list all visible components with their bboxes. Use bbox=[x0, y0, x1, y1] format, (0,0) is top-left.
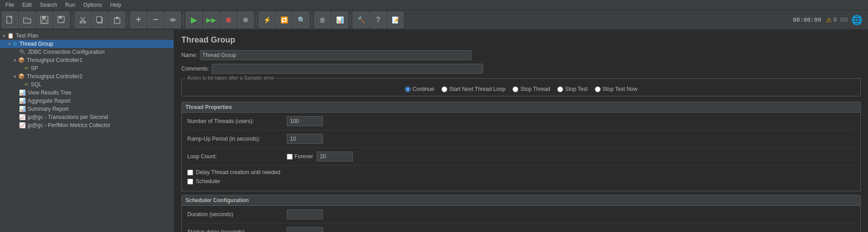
remove-button[interactable]: − bbox=[147, 12, 164, 28]
sidebar-item-test-plan[interactable]: ▼ 📋 Test Plan bbox=[0, 32, 174, 40]
action-section-legend: Action to be taken after a Sampler error bbox=[185, 75, 276, 80]
radio-continue[interactable]: Continue bbox=[405, 86, 434, 92]
comments-label: Comments: bbox=[181, 66, 209, 72]
duration-input[interactable] bbox=[287, 209, 323, 219]
sidebar-item-perfmon-metrics[interactable]: 📈 jp@gc - PerfMon Metrics Collector bbox=[0, 121, 174, 129]
remote-shutdown-all-button[interactable]: 🔍 bbox=[293, 12, 309, 28]
menu-file[interactable]: File bbox=[2, 1, 18, 9]
loop-count-input[interactable] bbox=[317, 152, 353, 161]
num-threads-input[interactable] bbox=[287, 116, 323, 126]
radio-stop-thread[interactable]: Stop Thread bbox=[512, 86, 550, 92]
duration-row: Duration (seconds) bbox=[187, 209, 855, 223]
sidebar-item-jdbc-connection[interactable]: 🔌 JDBC Connection Configuration bbox=[0, 48, 174, 56]
delay-creation-checkbox[interactable] bbox=[187, 170, 193, 175]
jdbc-label: JDBC Connection Configuration bbox=[28, 49, 104, 55]
startup-delay-input[interactable] bbox=[287, 227, 323, 232]
radio-group: Continue Start Next Thread Loop Stop Thr… bbox=[187, 82, 855, 92]
perfmon-label: jp@gc - PerfMon Metrics Collector bbox=[28, 122, 110, 128]
ramp-up-input[interactable] bbox=[287, 134, 323, 144]
remote-start-all-button[interactable]: ⚡ bbox=[259, 12, 275, 28]
loop-count-row: Loop Count: Forever bbox=[187, 152, 855, 166]
sidebar-item-view-results-tree[interactable]: 📊 View Results Tree bbox=[0, 89, 174, 97]
sidebar-item-summary-report[interactable]: 📊 Summary Report bbox=[0, 105, 174, 113]
menu-options[interactable]: Options bbox=[80, 1, 105, 9]
radio-start-next-input[interactable] bbox=[441, 86, 447, 92]
radio-stop-test[interactable]: Stop Test bbox=[557, 86, 588, 92]
menu-run[interactable]: Run bbox=[62, 1, 79, 9]
radio-continue-input[interactable] bbox=[405, 86, 411, 92]
ramp-up-row: Ramp-Up Period (in seconds): bbox=[187, 134, 855, 148]
delay-creation-label: Delay Thread creation until needed bbox=[196, 169, 280, 175]
toggle-button[interactable] bbox=[165, 12, 181, 28]
sidebar-item-sp[interactable]: ✏ SP bbox=[0, 64, 174, 72]
throughput2-icon: 📦 bbox=[18, 73, 25, 80]
sql-label: SQL bbox=[31, 81, 42, 88]
svg-rect-12 bbox=[97, 17, 101, 22]
expand-icon: ▼ bbox=[13, 58, 17, 63]
jdbc-icon: 🔌 bbox=[19, 49, 26, 55]
test-plan-label: Test Plan bbox=[16, 33, 38, 39]
radio-stop-test-input[interactable] bbox=[557, 86, 563, 92]
radio-stop-thread-label: Stop Thread bbox=[520, 86, 550, 92]
stop-button[interactable]: ⏹ bbox=[220, 12, 237, 28]
new-button[interactable] bbox=[2, 12, 18, 28]
warning-icon: ⚠ bbox=[826, 16, 832, 24]
radio-stop-thread-input[interactable] bbox=[512, 86, 518, 92]
svg-point-15 bbox=[172, 19, 174, 21]
paste-button[interactable] bbox=[109, 12, 125, 28]
start-no-pause-button[interactable]: ▶▶ bbox=[203, 12, 219, 28]
remote-stop-all-button[interactable]: 🔁 bbox=[276, 12, 292, 28]
sep1 bbox=[72, 14, 72, 26]
save-button[interactable] bbox=[36, 12, 52, 28]
svg-rect-2 bbox=[42, 16, 46, 19]
help-button[interactable]: ? bbox=[370, 12, 386, 28]
perfmon-icon: 📈 bbox=[19, 122, 26, 128]
open-button[interactable] bbox=[19, 12, 35, 28]
name-input[interactable] bbox=[200, 50, 471, 60]
sidebar-item-sql[interactable]: ✏ SQL bbox=[0, 80, 174, 89]
test-plan-icon: 📋 bbox=[7, 33, 14, 39]
clear-all-button[interactable]: 📊 bbox=[332, 12, 348, 28]
menu-edit[interactable]: Edit bbox=[19, 1, 35, 9]
scheduler-checkbox[interactable] bbox=[187, 179, 193, 185]
num-threads-row: Number of Threads (users): bbox=[187, 116, 855, 130]
sidebar-item-transactions-per-second[interactable]: 📈 jp@gc - Transactions per Second bbox=[0, 113, 174, 121]
add-button[interactable]: + bbox=[130, 12, 147, 28]
menubar: File Edit Search Run Options Help bbox=[0, 0, 868, 10]
ramp-up-label: Ramp-Up Period (in seconds): bbox=[187, 136, 287, 142]
clear-button[interactable]: 🗑 bbox=[314, 12, 331, 28]
comments-input[interactable] bbox=[212, 64, 483, 74]
thread-props-body: Number of Threads (users): Ramp-Up Perio… bbox=[181, 113, 861, 191]
menu-help[interactable]: Help bbox=[106, 1, 125, 9]
save-as-button[interactable]: + bbox=[53, 12, 70, 28]
start-button[interactable]: ▶ bbox=[186, 12, 202, 28]
svg-rect-14 bbox=[116, 17, 119, 19]
content-panel: Thread Group Name: Comments: Action to b… bbox=[174, 30, 868, 232]
globe-icon[interactable]: 🌐 bbox=[851, 14, 863, 25]
shutdown-button[interactable]: ⏺ bbox=[237, 12, 254, 28]
name-row: Name: bbox=[181, 50, 861, 60]
sidebar-item-thread-group[interactable]: ▼ ⚙ Thread Group bbox=[0, 40, 174, 48]
num-threads-label: Number of Threads (users): bbox=[187, 118, 287, 124]
log-viewer-button[interactable]: 📝 bbox=[387, 12, 403, 28]
loop-count-label: Loop Count: bbox=[187, 153, 287, 160]
svg-text:+: + bbox=[62, 20, 64, 24]
comments-row: Comments: bbox=[181, 64, 861, 74]
tps-icon: 📈 bbox=[19, 114, 26, 120]
radio-stop-test-now-input[interactable] bbox=[595, 86, 601, 92]
copy-button[interactable] bbox=[92, 12, 108, 28]
func-helper-button[interactable]: 🔨 bbox=[353, 12, 369, 28]
sidebar-item-throughput1[interactable]: ▼ 📦 Throughput Controller1 bbox=[0, 56, 174, 64]
results-tree-label: View Results Tree bbox=[28, 90, 71, 96]
forever-checkbox[interactable] bbox=[287, 154, 293, 160]
sep4 bbox=[256, 14, 256, 26]
radio-stop-test-now[interactable]: Stop Test Now bbox=[595, 86, 637, 92]
radio-start-next[interactable]: Start Next Thread Loop bbox=[441, 86, 506, 92]
thread-group-icon: ⚙ bbox=[13, 41, 18, 47]
menu-search[interactable]: Search bbox=[36, 1, 61, 9]
scheduler-config-header: Scheduler Configuration bbox=[181, 195, 861, 206]
radio-stop-test-label: Stop Test bbox=[565, 86, 588, 92]
cut-button[interactable] bbox=[75, 12, 91, 28]
sidebar-item-aggregate-report[interactable]: 📊 Aggregate Report bbox=[0, 97, 174, 105]
sidebar-item-throughput2[interactable]: ▼ 📦 Throughput Controller2 bbox=[0, 72, 174, 80]
